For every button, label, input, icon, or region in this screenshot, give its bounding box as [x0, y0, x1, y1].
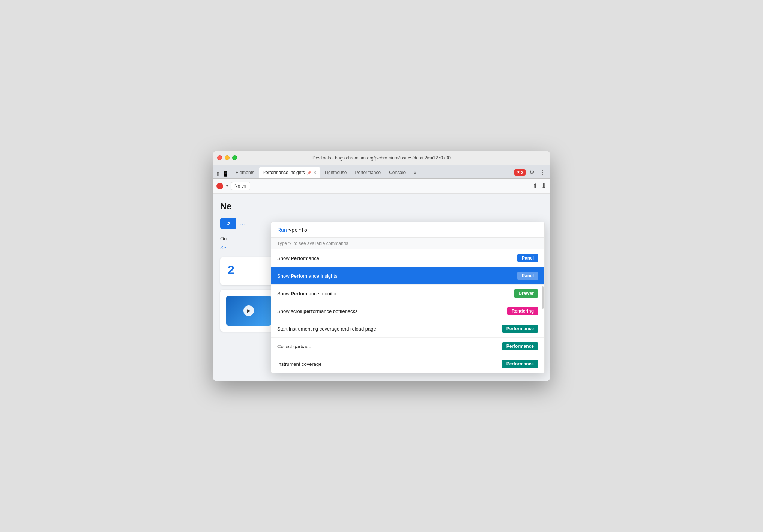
command-item-instrument-coverage[interactable]: Start instrumenting coverage and reload … [271, 320, 544, 338]
command-item-label-coverage: Start instrumenting coverage and reload … [277, 326, 376, 332]
title-bar: DevTools - bugs.chromium.org/p/chromium/… [213, 151, 550, 165]
command-item-collect-garbage[interactable]: Collect garbage Performance [271, 338, 544, 355]
refresh-icon: ↺ [226, 221, 230, 226]
command-item-label-garbage: Collect garbage [277, 344, 311, 349]
command-item-label: Show Performance [277, 255, 319, 261]
command-badge-panel-selected: Panel [517, 272, 538, 280]
start-profiling-button[interactable]: ↺ [220, 218, 236, 229]
tab-close-icon[interactable]: ✕ [313, 170, 317, 175]
command-badge-performance-3: Performance [502, 360, 538, 368]
device-icon[interactable]: 📱 [222, 171, 229, 177]
tab-elements-label: Elements [236, 170, 254, 175]
section-text-ou: Ou [220, 236, 227, 242]
maximize-button[interactable] [232, 155, 237, 160]
video-thumbnail: ▶ [226, 296, 271, 326]
command-item-show-performance-insights[interactable]: Show Performance Insights Panel [271, 267, 544, 285]
section-link-se[interactable]: Se [220, 245, 226, 251]
command-item-label-scroll: Show scroll performance bottlenecks [277, 308, 358, 314]
more-tabs-label: » [414, 170, 416, 175]
record-dropdown-icon[interactable]: ▾ [226, 184, 228, 188]
record-button[interactable] [216, 183, 223, 189]
command-badge-rendering: Rendering [507, 307, 538, 315]
tab-more[interactable]: » [410, 167, 420, 178]
cursor-icon[interactable]: ⬆ [216, 171, 220, 177]
error-count: 3 [521, 170, 523, 175]
toolbar: ▾ No thr ⬆ ⬇ [213, 179, 550, 194]
command-badge-drawer: Drawer [514, 289, 538, 298]
command-item-label-instrument: Instrument coverage [277, 361, 322, 367]
tab-lighthouse[interactable]: Lighthouse [321, 167, 351, 178]
tab-bar: ⬆ 📱 Elements Performance insights 📌 ✕ Li… [213, 165, 550, 179]
command-palette: Run >perfo Type '?' to see available com… [271, 222, 545, 373]
command-badge-panel: Panel [517, 254, 538, 262]
tab-bar-right: ✕ 3 ⚙ ⋮ [514, 168, 547, 178]
throttle-selector[interactable]: No thr [231, 182, 250, 190]
close-button[interactable] [217, 155, 222, 160]
error-icon: ✕ [517, 170, 520, 175]
command-list: Show Performance Panel Show Performance … [271, 249, 544, 373]
dots-menu[interactable]: … [240, 221, 245, 226]
tab-performance-insights[interactable]: Performance insights 📌 ✕ [259, 167, 320, 178]
command-hint: Type '?' to see available commands [271, 238, 544, 249]
command-input[interactable]: >perfo [288, 227, 308, 233]
pin-icon: 📌 [307, 171, 311, 175]
tab-elements[interactable]: Elements [232, 167, 258, 178]
window-title: DevTools - bugs.chromium.org/p/chromium/… [312, 155, 451, 161]
tab-lighthouse-label: Lighthouse [325, 170, 347, 175]
tab-console-label: Console [389, 170, 406, 175]
command-badge-performance-1: Performance [502, 325, 538, 333]
page-title: Ne [220, 201, 543, 212]
traffic-lights [217, 155, 237, 160]
tab-performance[interactable]: Performance [351, 167, 385, 178]
command-badge-performance-2: Performance [502, 342, 538, 350]
main-content: Ne ↺ … Ou Se 2 ▶ Video and documentation [213, 194, 550, 381]
minimize-button[interactable] [225, 155, 230, 160]
tab-console[interactable]: Console [385, 167, 409, 178]
command-input-row: Run >perfo [271, 222, 544, 238]
command-item-show-performance[interactable]: Show Performance Panel [271, 249, 544, 267]
tab-performance-label: Performance [355, 170, 381, 175]
settings-icon[interactable]: ⚙ [528, 168, 536, 177]
download-button[interactable]: ⬇ [541, 182, 547, 190]
scrollbar[interactable] [542, 286, 544, 309]
run-label: Run [277, 227, 287, 233]
command-item-scroll-bottlenecks[interactable]: Show scroll performance bottlenecks Rend… [271, 302, 544, 320]
upload-button[interactable]: ⬆ [532, 182, 538, 190]
command-item-label-monitor: Show Performance monitor [277, 291, 337, 296]
tab-performance-insights-label: Performance insights [263, 170, 305, 175]
command-item-instrument-only[interactable]: Instrument coverage Performance [271, 355, 544, 373]
command-item-label-insights: Show Performance Insights [277, 273, 337, 279]
more-options-icon[interactable]: ⋮ [538, 168, 547, 177]
play-button[interactable]: ▶ [243, 305, 254, 316]
error-badge[interactable]: ✕ 3 [514, 169, 526, 176]
command-item-show-performance-monitor[interactable]: Show Performance monitor Drawer [271, 285, 544, 302]
devtools-window: DevTools - bugs.chromium.org/p/chromium/… [213, 151, 550, 381]
